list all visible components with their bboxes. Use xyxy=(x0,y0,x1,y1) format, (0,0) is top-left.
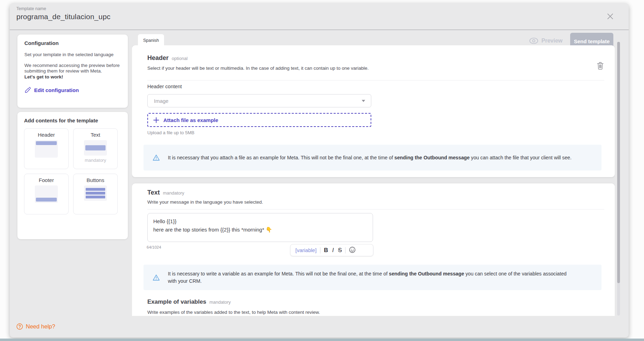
variables-section-head: Example of variables mandatory xyxy=(147,298,231,305)
configuration-cta: Let's get to work! xyxy=(24,74,121,80)
content-tile-grid: Header Text mandatory Footer Buttons xyxy=(24,128,121,214)
template-name-value: programa_de_titulacion_upc xyxy=(16,13,110,21)
alert-text-before: It is necessary to write a variable as a… xyxy=(168,271,389,276)
footer-thumbnail-icon xyxy=(35,185,58,203)
scrollbar-thumb[interactable] xyxy=(617,42,620,283)
header-section-card: Header optional Select if your header wi… xyxy=(132,45,615,177)
configuration-line2: We recommend accessing the preview befor… xyxy=(24,63,121,74)
tile-footer[interactable]: Footer xyxy=(24,174,69,214)
bottom-edge-bar xyxy=(0,339,644,341)
text-thumbnail-icon xyxy=(84,140,107,156)
tab-spanish-label: Spanish xyxy=(143,38,159,43)
tile-footer-label: Footer xyxy=(39,177,54,183)
alert-text-bold: sending the Outbound message xyxy=(389,271,464,276)
tile-header-label: Header xyxy=(38,132,55,138)
warning-icon xyxy=(153,274,160,281)
header-section-description: Select if your header will be text or mu… xyxy=(147,66,369,71)
message-textarea[interactable]: Hello {{1}} here are the top stories fro… xyxy=(147,213,373,242)
emoji-icon xyxy=(349,247,356,253)
header-content-dropdown-value: Image xyxy=(154,98,362,104)
preview-button[interactable]: Preview xyxy=(527,37,565,45)
variable-alert: It is necessary to write a variable as a… xyxy=(143,265,602,290)
question-circle-icon xyxy=(16,323,23,330)
add-contents-card: Add contents for the template Header Tex… xyxy=(17,112,128,239)
header-section-head: Header optional xyxy=(147,54,188,62)
strikethrough-button[interactable]: S xyxy=(337,247,342,253)
message-line-1: Hello {{1}} xyxy=(153,217,367,226)
template-scroll-area: Header optional Select if your header wi… xyxy=(132,45,615,316)
delete-header-button[interactable] xyxy=(596,61,604,71)
configuration-title: Configuration xyxy=(24,40,121,46)
tile-text-caption: mandatory xyxy=(85,158,106,163)
variable-alert-text: It is necessary to write a variable as a… xyxy=(168,270,574,285)
variables-section-description: Write examples of the variables added to… xyxy=(147,310,320,315)
pencil-icon xyxy=(24,87,31,93)
plus-icon xyxy=(153,117,160,123)
toolbar-separator xyxy=(345,247,346,253)
tab-spanish[interactable]: Spanish xyxy=(138,34,164,46)
template-name-label: Template name xyxy=(16,6,46,11)
alert-text-before: It is necessary that you attach a file a… xyxy=(168,155,394,160)
text-section-description: Write your message in the language you h… xyxy=(147,199,263,205)
scrollbar-track[interactable] xyxy=(617,42,620,316)
text-section-title: Text xyxy=(147,189,160,196)
header-section-badge: optional xyxy=(172,56,188,61)
italic-button[interactable]: I xyxy=(332,247,335,253)
add-contents-title: Add contents for the template xyxy=(24,118,121,123)
trash-icon xyxy=(596,61,604,70)
tile-buttons-label: Buttons xyxy=(87,177,104,183)
titlebar: Template name programa_de_titulacion_upc xyxy=(10,3,629,30)
attach-file-button[interactable]: Attach file as example xyxy=(147,113,371,127)
template-editor-dialog: Template name programa_de_titulacion_upc… xyxy=(10,3,629,338)
tile-buttons[interactable]: Buttons xyxy=(73,174,118,214)
variables-section-title: Example of variables xyxy=(147,298,206,305)
text-section-badge: mandatory xyxy=(163,190,184,196)
header-card-divider xyxy=(147,80,604,81)
tile-header[interactable]: Header xyxy=(24,128,69,169)
tile-text[interactable]: Text mandatory xyxy=(73,128,118,169)
insert-variable-button[interactable]: [variable] xyxy=(295,247,317,253)
configuration-card: Configuration Set your template in the s… xyxy=(17,35,128,108)
formatting-toolbar: [variable] B I S xyxy=(290,244,373,256)
close-icon xyxy=(605,12,615,21)
toolbar-separator xyxy=(320,247,320,253)
header-thumbnail-icon xyxy=(35,140,58,158)
text-section-head: Text mandatory xyxy=(147,189,184,196)
need-help-link[interactable]: Need help? xyxy=(16,323,55,330)
warning-icon xyxy=(153,154,160,161)
preview-label: Preview xyxy=(542,38,562,44)
bold-button[interactable]: B xyxy=(323,247,329,253)
text-card-divider xyxy=(147,209,604,210)
attach-file-label: Attach file as example xyxy=(163,117,218,123)
alert-text-after: you can attach the file that your client… xyxy=(470,155,572,160)
buttons-thumbnail-icon xyxy=(84,185,107,201)
edit-configuration-label: Edit configuration xyxy=(34,87,79,93)
page: Template name programa_de_titulacion_upc… xyxy=(0,0,644,341)
text-section-card: Text mandatory Write your message in the… xyxy=(132,183,615,316)
chevron-down-icon xyxy=(362,100,365,102)
attach-file-alert: It is necessary that you attach a file a… xyxy=(143,145,602,170)
header-content-label: Header content xyxy=(147,84,182,89)
edit-configuration-link[interactable]: Edit configuration xyxy=(24,87,121,93)
need-help-label: Need help? xyxy=(26,323,55,330)
tile-text-label: Text xyxy=(91,132,100,138)
send-template-label: Send template xyxy=(574,38,610,44)
eye-icon xyxy=(529,37,538,44)
configuration-line1: Set your template in the selected langua… xyxy=(24,52,121,58)
variables-section-badge: mandatory xyxy=(209,300,231,305)
close-button[interactable] xyxy=(605,12,615,22)
character-counter: 64/1024 xyxy=(147,245,161,249)
upload-hint: Upload a file up to 5MB xyxy=(147,130,194,135)
emoji-button[interactable] xyxy=(348,247,356,254)
attach-file-alert-text: It is necessary that you attach a file a… xyxy=(168,154,584,161)
message-line-2: here are the top stories from {{2}} this… xyxy=(153,226,367,234)
header-section-title: Header xyxy=(147,54,169,62)
header-content-dropdown[interactable]: Image xyxy=(147,94,371,107)
alert-text-bold: sending the Outbound message xyxy=(394,155,470,160)
